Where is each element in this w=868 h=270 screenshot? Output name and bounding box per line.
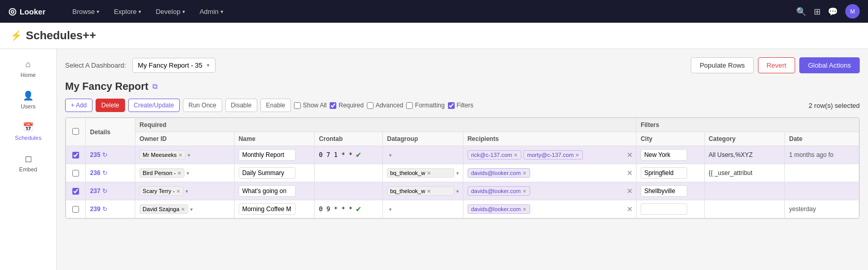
required-checkbox-group[interactable]: Required (330, 102, 364, 109)
formatting-checkbox-group[interactable]: Formatting (406, 102, 444, 109)
owner-name-3: Scary Terry - (143, 188, 175, 194)
top-bar-right: Populate Rows Revert Global Actions (691, 57, 860, 73)
filters-checkbox[interactable] (448, 102, 455, 109)
name-input-4[interactable] (239, 203, 296, 215)
nav-develop[interactable]: Develop ▾ (149, 5, 191, 19)
name-input-3[interactable] (239, 185, 296, 197)
datagroup-remove-icon-3[interactable]: ✕ (427, 188, 431, 194)
filters-label: Filters (457, 102, 474, 109)
add-button[interactable]: + Add (65, 99, 92, 112)
sidebar-item-schedules[interactable]: 📅 Schedules (0, 116, 56, 147)
run-once-button[interactable]: Run Once (183, 99, 222, 112)
main-content: Select A Dashboard: My Fancy Report - 35… (57, 49, 868, 270)
avatar[interactable]: M (845, 4, 860, 19)
global-actions-button[interactable]: Global Actions (799, 57, 860, 73)
top-bar-left: Select A Dashboard: My Fancy Report - 35… (65, 58, 215, 73)
filters-checkbox-group[interactable]: Filters (448, 102, 474, 109)
recipient-remove-icon-4a[interactable]: ✕ (522, 207, 526, 212)
name-input-1[interactable] (239, 149, 296, 161)
row-checkbox-4[interactable] (72, 206, 79, 213)
row-checkbox-2[interactable] (72, 170, 79, 177)
details-cell-1: 235 ↻ (86, 148, 135, 162)
city-input-2[interactable] (641, 167, 687, 179)
owner-cell-3: Scary Terry - ✕ ▾ (135, 183, 234, 199)
owner-remove-icon-1[interactable]: ✕ (178, 152, 182, 158)
owner-remove-icon-2[interactable]: ✕ (177, 170, 181, 176)
dashboard-value: My Fancy Report - 35 (138, 61, 203, 69)
sidebar-label-home: Home (21, 72, 36, 78)
required-checkbox[interactable] (330, 102, 336, 109)
datagroup-chevron-icon-1[interactable]: ▾ (389, 152, 392, 158)
report-external-link-icon[interactable]: ⧉ (152, 82, 158, 91)
owner-cell-1: Mr Meeseeks ✕ ▾ (135, 147, 234, 163)
schedule-id-link-3[interactable]: 237 (90, 187, 100, 195)
bolt-icon: ⚡ (10, 30, 22, 41)
owner-chevron-icon-4[interactable]: ▾ (190, 207, 193, 212)
advanced-checkbox-group[interactable]: Advanced (367, 102, 403, 109)
owner-chevron-icon-2[interactable]: ▾ (187, 170, 189, 176)
datagroup-chevron-icon-3[interactable]: ▾ (456, 188, 459, 194)
row-checkbox-1[interactable] (72, 152, 79, 158)
datagroup-tag-2: bq_thelook_w ✕ (387, 168, 454, 178)
recipients-clear-icon-2[interactable]: ✕ (627, 169, 633, 177)
owner-remove-icon-3[interactable]: ✕ (176, 188, 180, 194)
owner-chevron-icon-1[interactable]: ▾ (188, 152, 190, 158)
show-all-checkbox-group[interactable]: Show All (294, 102, 327, 109)
category-value-2: {{ _user_attribut (709, 169, 753, 177)
owner-remove-icon-4[interactable]: ✕ (181, 207, 185, 212)
formatting-checkbox[interactable] (406, 102, 413, 109)
recipient-tag-2a: davids@looker.com ✕ (468, 168, 530, 178)
details-cell-3: 237 ↻ (86, 184, 135, 198)
datagroup-cell-4: ▾ (383, 203, 463, 215)
create-update-button[interactable]: Create/Update (128, 99, 180, 112)
owner-chevron-icon-3[interactable]: ▾ (185, 188, 188, 194)
datagroup-chevron-icon-2[interactable]: ▾ (456, 170, 459, 176)
disable-button[interactable]: Disable (225, 99, 257, 112)
refresh-icon-1[interactable]: ↻ (102, 151, 107, 158)
help-icon[interactable]: 💬 (828, 7, 838, 17)
owner-tag-2: Bird Person - ✕ (140, 168, 184, 178)
enable-button[interactable]: Enable (260, 99, 291, 112)
dashboard-select-label: Select A Dashboard: (65, 61, 126, 69)
nav-admin[interactable]: Admin ▾ (193, 5, 229, 19)
recipient-remove-icon-2a[interactable]: ✕ (522, 170, 526, 176)
populate-rows-button[interactable]: Populate Rows (691, 57, 753, 73)
recipients-clear-icon-4[interactable]: ✕ (627, 205, 633, 213)
recipients-clear-icon-3[interactable]: ✕ (627, 187, 633, 195)
name-input-2[interactable] (239, 167, 296, 179)
owner-name-2: Bird Person - (143, 170, 176, 176)
sidebar-item-users[interactable]: 👤 Users (0, 84, 56, 116)
refresh-icon-2[interactable]: ↻ (102, 169, 107, 177)
nav-explore[interactable]: Explore ▾ (107, 5, 147, 19)
recipient-remove-icon-1b[interactable]: ✕ (575, 152, 579, 158)
advanced-checkbox[interactable] (367, 102, 374, 109)
schedule-id-link-2[interactable]: 236 (90, 169, 100, 177)
refresh-icon-3[interactable]: ↻ (102, 187, 107, 195)
recipient-remove-icon-1a[interactable]: ✕ (514, 152, 518, 158)
recipient-remove-icon-3a[interactable]: ✕ (522, 188, 526, 194)
row-checkbox-3[interactable] (72, 188, 79, 195)
delete-button[interactable]: Delete (96, 99, 125, 112)
revert-button[interactable]: Revert (758, 57, 795, 73)
search-icon[interactable]: 🔍 (796, 7, 807, 17)
th-crontab: Crontab (315, 132, 383, 146)
recipients-clear-icon-1[interactable]: ✕ (627, 151, 633, 159)
sidebar-item-home[interactable]: ⌂ Home (0, 53, 56, 84)
datagroup-remove-icon-2[interactable]: ✕ (427, 170, 431, 176)
datagroup-chevron-icon-4[interactable]: ▾ (389, 207, 392, 212)
schedule-id-link-4[interactable]: 239 (90, 205, 100, 213)
show-all-checkbox[interactable] (294, 102, 301, 109)
schedule-id-link-1[interactable]: 235 (90, 151, 100, 158)
logo[interactable]: ◎ Looker (8, 6, 45, 17)
recipient-tag-4a: davids@looker.com ✕ (468, 204, 530, 214)
crontab-value-4: 0 9 * * * (319, 205, 352, 213)
city-input-1[interactable] (641, 149, 687, 161)
select-all-checkbox[interactable] (72, 128, 79, 135)
city-input-3[interactable] (641, 185, 687, 197)
nav-browse[interactable]: Browse ▾ (66, 5, 105, 19)
refresh-icon-4[interactable]: ↻ (102, 205, 107, 213)
layout-icon[interactable]: ⊞ (814, 7, 820, 17)
dashboard-dropdown[interactable]: My Fancy Report - 35 ▾ (132, 58, 215, 73)
city-input-4[interactable] (641, 203, 687, 215)
sidebar-item-embed[interactable]: ◻ Embed (0, 147, 56, 179)
